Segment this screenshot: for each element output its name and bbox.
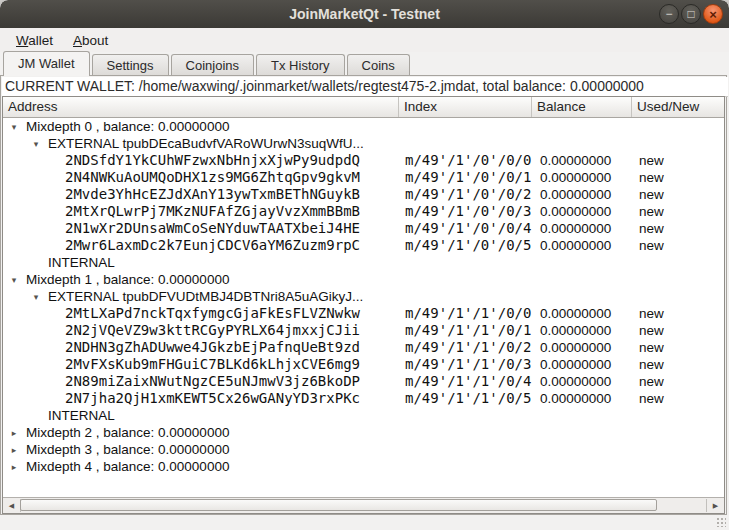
address-row[interactable]: 2N4NWKuAoUMQoDHX1zs9MG6ZhtqGpv9gkvMm/49'…: [3, 169, 724, 186]
column-header-address[interactable]: Address: [3, 97, 399, 117]
tab-coins[interactable]: Coins: [347, 54, 410, 76]
address-row[interactable]: 2MvFXsKub9mFHGuiC7BLKd6kLhjxCVE6mg9m/49'…: [3, 356, 724, 373]
address-text: 2N7jha2QjH1xmKEWT5Cx26wGANyYD3rxPKc: [3, 390, 360, 407]
tree-branch-row[interactable]: ▾Mixdepth 1 , balance: 0.00000000: [3, 271, 724, 288]
address-row[interactable]: 2NDSfdY1YkCUhWFzwxNbHnjxXjwPy9udpdQm/49'…: [3, 152, 724, 169]
close-button[interactable]: ×: [703, 4, 723, 24]
address-text: 2NDSfdY1YkCUhWFzwxNbHnjxXjwPy9udpdQ: [3, 152, 360, 169]
address-row[interactable]: 2N7jha2QjH1xmKEWT5Cx26wGANyYD3rxPKcm/49'…: [3, 390, 724, 407]
balance-cell: 0.00000000: [532, 390, 632, 407]
used-new-cell: new: [632, 152, 724, 169]
index-cell: m/49'/1'/1'/0/5: [399, 390, 532, 407]
branch-label: Mixdepth 3 , balance: 0.00000000: [26, 442, 229, 457]
tree-branch-row[interactable]: ▾EXTERNAL tpubDFVUDtMBJ4DBTNri8A5uAGikyJ…: [3, 288, 724, 305]
index-cell: m/49'/1'/0'/0/1: [399, 169, 532, 186]
expander-open-icon[interactable]: ▾: [7, 272, 21, 288]
balance-cell: 0.00000000: [532, 305, 632, 322]
tab-bar: JM WalletSettingsCoinjoinsTx HistoryCoin…: [0, 52, 729, 76]
column-header-index[interactable]: Index: [399, 97, 532, 117]
used-new-cell: new: [632, 390, 724, 407]
index-cell: m/49'/1'/1'/0/0: [399, 305, 532, 322]
balance-cell: 0.00000000: [532, 356, 632, 373]
address-row[interactable]: 2N89miZaixNWutNgzCE5uNJmwV3jz6BkoDPm/49'…: [3, 373, 724, 390]
tab-jm-wallet[interactable]: JM Wallet: [3, 51, 90, 76]
branch-label-cell: INTERNAL: [3, 254, 399, 271]
address-row[interactable]: 2N2jVQeVZ9w3kttRCGyPYRLX64jmxxjCJiim/49'…: [3, 322, 724, 339]
empty-cell: [632, 118, 724, 135]
title-bar[interactable]: JoinMarketQt - Testnet −□×: [0, 0, 729, 29]
balance-cell: 0.00000000: [532, 373, 632, 390]
empty-cell: [632, 135, 724, 152]
balance-cell: 0.00000000: [532, 152, 632, 169]
resize-grip-icon[interactable]: [715, 516, 726, 527]
expander-open-icon[interactable]: ▾: [7, 119, 21, 135]
window-title: JoinMarketQt - Testnet: [289, 6, 440, 22]
empty-cell: [532, 118, 632, 135]
empty-cell: [532, 407, 632, 424]
expander-collapsed-icon[interactable]: ▸: [7, 442, 21, 458]
table-body: ▾Mixdepth 0 , balance: 0.00000000▾EXTERN…: [3, 118, 724, 497]
scroll-right-button[interactable]: ▶: [706, 499, 724, 512]
tree-branch-row[interactable]: ▾EXTERNAL tpubDEcaBudvfVARoWUrwN3suqWfU.…: [3, 135, 724, 152]
tree-branch-row[interactable]: INTERNAL: [3, 254, 724, 271]
tab-coinjoins[interactable]: Coinjoins: [171, 54, 254, 76]
tree-branch-row[interactable]: ▸Mixdepth 2 , balance: 0.00000000: [3, 424, 724, 441]
address-cell: 2NDSfdY1YkCUhWFzwxNbHnjxXjwPy9udpdQ: [3, 152, 399, 169]
index-cell: m/49'/1'/1'/0/2: [399, 339, 532, 356]
address-text: 2Mvde3YhHcEZJdXAnY13ywTxmBEThNGuykB: [3, 186, 360, 203]
window-controls: −□×: [659, 4, 723, 24]
used-new-cell: new: [632, 322, 724, 339]
expander-collapsed-icon[interactable]: ▸: [7, 425, 21, 441]
used-new-cell: new: [632, 305, 724, 322]
column-header-balance[interactable]: Balance: [532, 97, 632, 117]
menu-wallet[interactable]: Wallet: [6, 30, 63, 51]
empty-cell: [399, 424, 532, 441]
address-text: 2MtLXaPd7nckTqxfymgcGjaFkEsFLVZNwkw: [3, 305, 360, 322]
menu-bar: WalletAbout: [0, 28, 729, 52]
address-cell: 2Mvde3YhHcEZJdXAnY13ywTxmBEThNGuykB: [3, 186, 399, 203]
address-cell: 2MvFXsKub9mFHGuiC7BLKd6kLhjxCVE6mg9: [3, 356, 399, 373]
tree-branch-row[interactable]: INTERNAL: [3, 407, 724, 424]
address-row[interactable]: 2MtXrQLwrPj7MKzNUFAfZGjayVvzXmmBBmBm/49'…: [3, 203, 724, 220]
empty-cell: [632, 458, 724, 475]
horizontal-scrollbar[interactable]: ◀ ▶: [3, 497, 724, 513]
address-cell: 2N7jha2QjH1xmKEWT5Cx26wGANyYD3rxPKc: [3, 390, 399, 407]
menu-about[interactable]: About: [63, 30, 118, 51]
used-new-cell: new: [632, 186, 724, 203]
empty-cell: [632, 288, 724, 305]
empty-cell: [632, 271, 724, 288]
tree-branch-row[interactable]: ▸Mixdepth 4 , balance: 0.00000000: [3, 458, 724, 475]
address-row[interactable]: 2MtLXaPd7nckTqxfymgcGjaFkEsFLVZNwkwm/49'…: [3, 305, 724, 322]
maximize-button[interactable]: □: [681, 4, 701, 24]
address-text: 2N1wXr2DUnsaWmCoSeNYduwTAATXbeiJ4HE: [3, 220, 360, 237]
address-cell: 2MtLXaPd7nckTqxfymgcGjaFkEsFLVZNwkw: [3, 305, 399, 322]
expander-open-icon[interactable]: ▾: [29, 289, 43, 305]
empty-cell: [399, 458, 532, 475]
empty-cell: [532, 424, 632, 441]
empty-cell: [399, 271, 532, 288]
address-text: 2N4NWKuAoUMQoDHX1zs9MG6ZhtqGpv9gkvM: [3, 169, 360, 186]
scrollbar-thumb[interactable]: [20, 499, 657, 511]
minimize-button[interactable]: −: [659, 4, 679, 24]
address-row[interactable]: 2Mwr6LaxmDc2k7EunjCDCV6aYM6Zuzm9rpCm/49'…: [3, 237, 724, 254]
table-header: AddressIndexBalanceUsed/New: [3, 97, 724, 118]
expander-open-icon[interactable]: ▾: [29, 136, 43, 152]
branch-label-cell: INTERNAL: [3, 407, 399, 424]
tree-branch-row[interactable]: ▸Mixdepth 3 , balance: 0.00000000: [3, 441, 724, 458]
used-new-cell: new: [632, 339, 724, 356]
address-row[interactable]: 2N1wXr2DUnsaWmCoSeNYduwTAATXbeiJ4HEm/49'…: [3, 220, 724, 237]
address-row[interactable]: 2NDHN3gZhADUwwe4JGkzbEjPafnqUeBt9zdm/49'…: [3, 339, 724, 356]
empty-cell: [399, 407, 532, 424]
branch-label-cell: ▾Mixdepth 1 , balance: 0.00000000: [3, 271, 399, 288]
branch-label: Mixdepth 4 , balance: 0.00000000: [26, 459, 229, 474]
balance-cell: 0.00000000: [532, 237, 632, 254]
tree-branch-row[interactable]: ▾Mixdepth 0 , balance: 0.00000000: [3, 118, 724, 135]
tab-tx-history[interactable]: Tx History: [256, 54, 345, 76]
empty-cell: [632, 407, 724, 424]
column-header-used-new[interactable]: Used/New: [632, 97, 724, 117]
scroll-left-button[interactable]: ◀: [3, 499, 21, 512]
expander-collapsed-icon[interactable]: ▸: [7, 459, 21, 475]
address-row[interactable]: 2Mvde3YhHcEZJdXAnY13ywTxmBEThNGuykBm/49'…: [3, 186, 724, 203]
tab-settings[interactable]: Settings: [92, 54, 169, 76]
app-window: JoinMarketQt - Testnet −□× WalletAbout J…: [0, 0, 729, 530]
